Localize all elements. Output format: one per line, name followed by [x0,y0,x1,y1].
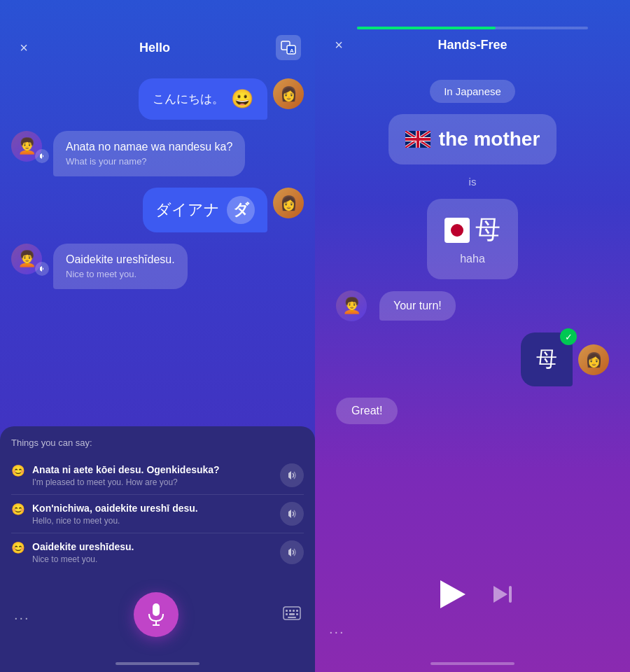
progress-bar-wrap [357,27,588,29]
speaker-button-2[interactable] [280,502,304,526]
left-bottom-bar: ... [0,582,315,662]
svg-rect-19 [288,617,296,618]
suggestion-text-3: Oaidekite ureshīdesu. Nice to meet you. [32,541,134,564]
name-text: ダイアナ [155,200,220,220]
chat-area: こんにちは。 😀 👩 🧑‍🦱 Anata [0,71,315,424]
translate-button[interactable]: A [276,35,301,60]
greeting-text: こんにちは。 [153,91,224,107]
svg-marker-7 [288,548,291,556]
kanji-reading: haha [460,253,485,265]
kanji-icon-wrap: 母 [444,213,500,247]
message-3: ダイアナ ダ 👩 [11,188,304,232]
suggestion-emoji-3: 😊 [11,541,25,554]
japan-flag-icon [444,218,470,243]
suggestion-main-2: Kon'nichiwa, oaidekite ureshī desu. [32,503,198,514]
suggestion-item-1[interactable]: 😊 Anata ni aete kōei desu. Ogenkidesuka?… [11,456,304,495]
play-button[interactable] [433,575,472,614]
answer-bubble: 母 ✓ [521,332,573,386]
language-badge: In Japanese [430,80,515,103]
svg-marker-4 [40,266,42,272]
bubble-greeting: こんにちは。 😀 [139,78,267,120]
skip-bar-icon [509,586,512,603]
playback-controls [329,575,616,614]
svg-rect-18 [296,613,298,615]
close-button-left[interactable]: × [14,38,34,57]
suggestion-text-2: Kon'nichiwa, oaidekite ureshī desu. Hell… [32,503,198,526]
svg-rect-12 [286,610,288,612]
user-avatar-2: 👩 [273,188,304,218]
suggestion-item-2[interactable]: 😊 Kon'nichiwa, oaidekite ureshī desu. He… [11,495,304,533]
svg-marker-6 [288,510,291,518]
bubble-name: ダイアナ ダ [143,188,267,232]
question-sub: What is your name? [66,156,232,167]
home-indicator-right [430,662,514,665]
suggestion-main-1: Anata ni aete kōei desu. Ogenkidesuka? [32,464,220,475]
suggestion-sub-1: I'm pleased to meet you. How are you? [32,477,220,487]
svg-rect-8 [153,603,160,616]
word-bubble: the mother [388,114,557,164]
right-bottom: ... [315,564,630,662]
suggestions-panel: Things you can say: 😊 Anata ni aete kōei… [0,426,315,582]
suggestion-emoji-1: 😊 [11,464,25,477]
suggestion-text-1: Anata ni aete kōei desu. Ogenkidesuka? I… [32,464,220,487]
suggestion-left-2: 😊 Kon'nichiwa, oaidekite ureshī desu. He… [11,503,280,526]
svg-marker-5 [288,471,291,479]
user-avatar-1: 👩 [273,78,304,109]
svg-rect-17 [289,613,295,615]
ai-avatar-right-circle: 🧑‍🦱 [336,290,367,321]
suggestions-title: Things you can say: [11,438,304,448]
your-turn-bubble: Your turn! [379,291,456,321]
speaker-icon-2[interactable] [35,262,49,276]
right-content: In Japanese the mother is 母 haha [315,66,630,564]
suggestion-main-3: Oaidekite ureshīdesu. [32,541,134,552]
uk-flag-icon [405,131,430,148]
bubble-question: Anata no namae wa nandesu ka? What is yo… [53,131,245,176]
suggestion-emoji-2: 😊 [11,503,25,516]
skip-button[interactable] [493,586,512,603]
left-title: Hello [139,41,170,55]
speaker-button-1[interactable] [280,463,304,487]
suggestion-sub-3: Nice to meet you. [32,554,134,564]
ai-avatar-wrap-1: 🧑‍🦱 [11,131,48,162]
ai-avatar-wrap-2: 🧑‍🦱 [11,244,48,274]
your-turn-row: 🧑‍🦱 Your turn! [336,290,609,321]
question-main: Anata no namae wa nandesu ka? [66,141,232,153]
svg-text:A: A [290,48,294,54]
play-triangle-icon [440,580,465,608]
answer-kanji: 母 [536,347,557,370]
message-1: こんにちは。 😀 👩 [11,78,304,120]
message-2: 🧑‍🦱 Anata no namae wa nandesu ka? What i… [11,131,304,176]
english-word: the mother [439,128,540,150]
svg-rect-15 [296,610,298,612]
is-label: is [469,176,477,188]
message-4: 🧑‍🦱 Oaidekite ureshīdesu. Nice to meet y… [11,244,304,289]
right-panel: × Hands-Free In Japanese the mother is [315,0,630,672]
user-avatar-right: 👩 [578,344,609,375]
suggestion-item-3[interactable]: 😊 Oaidekite ureshīdesu. Nice to meet you… [11,533,304,571]
left-panel: × Hello A こんにちは。 😀 👩 🧑‍🦱 [0,0,315,672]
answer-row: 母 ✓ 👩 [336,332,609,386]
kanji-character: 母 [475,213,500,247]
keyboard-button[interactable] [283,606,301,624]
progress-bar-fill [357,27,496,29]
suggestion-sub-2: Hello, nice to meet you. [32,516,198,526]
speaker-icon-1[interactable] [35,149,49,163]
dots-button-left[interactable]: ... [14,607,30,623]
greeting-emoji: 😀 [231,88,253,110]
kanji-bubble: 母 haha [427,199,518,279]
suggestion-left-1: 😊 Anata ni aete kōei desu. Ogenkidesuka?… [11,464,280,487]
svg-rect-13 [289,610,291,612]
bubble-nicetomeet: Oaidekite ureshīdesu. Nice to meet you. [53,244,188,289]
speaker-button-3[interactable] [280,540,304,564]
dots-button-right[interactable]: ... [329,621,616,637]
svg-rect-16 [286,613,288,615]
microphone-button[interactable] [134,592,178,637]
close-button-right[interactable]: × [329,35,349,55]
home-indicator-left [115,662,200,665]
ai-avatar-right: 🧑‍🦱 [336,290,372,321]
suggestion-left-3: 😊 Oaidekite ureshīdesu. Nice to meet you… [11,541,280,564]
name-badge: ダ [227,196,255,224]
check-badge: ✓ [560,328,577,345]
left-header: × Hello A [0,0,315,71]
skip-triangle-icon [493,586,507,603]
